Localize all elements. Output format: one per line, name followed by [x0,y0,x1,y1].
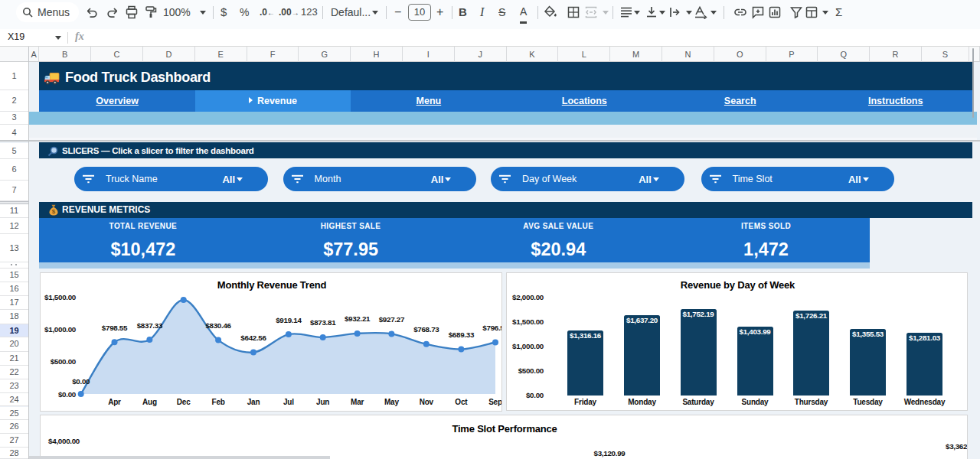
svg-text:$: $ [52,208,56,215]
